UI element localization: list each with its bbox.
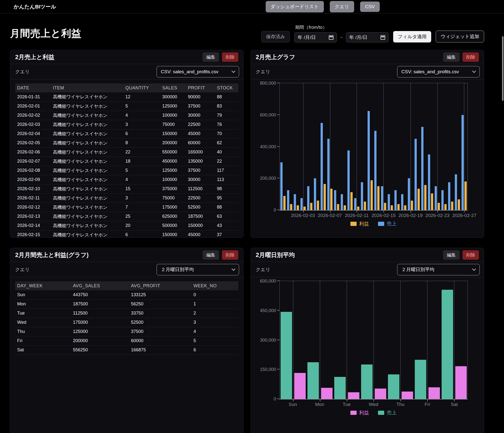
bar-売上 xyxy=(287,190,289,210)
bar-売上 xyxy=(435,186,437,210)
y-axis-label: 200,000 xyxy=(260,176,276,181)
bar-利益 xyxy=(375,389,386,399)
query-select-value: CSV: sales_and_profits.csv xyxy=(401,69,459,74)
table-cell: Thu xyxy=(15,327,71,336)
table-cell: 高機能ワイヤレスイヤホン xyxy=(51,120,124,129)
legend-item: 利益 xyxy=(350,220,369,227)
table-row: 2026-02-03高機能ワイヤレスイヤホン3750002250076 xyxy=(15,120,238,129)
table-cell: 6 xyxy=(124,129,160,138)
y-tick xyxy=(277,114,279,115)
bar-利益 xyxy=(317,201,319,210)
app-title: かんたんBIツール xyxy=(14,3,56,10)
table-cell: 150000 xyxy=(160,129,186,138)
table-container: DATEITEMQUANTITYSALESPROFITSTOCK2026-01-… xyxy=(10,79,243,238)
y-tick xyxy=(277,398,279,399)
table-cell: 375000 xyxy=(160,184,186,193)
date-to-input[interactable]: 年 /月/日 xyxy=(346,32,389,42)
edit-button[interactable]: 編集 xyxy=(443,52,460,62)
bar-売上 xyxy=(441,190,444,210)
table-cell: 200000 xyxy=(160,138,186,147)
scrollbar-thumb[interactable] xyxy=(502,36,504,101)
bar-利益 xyxy=(397,204,400,210)
edit-button[interactable]: 編集 xyxy=(203,250,219,260)
nav-csv-button[interactable]: CSV xyxy=(360,1,380,12)
bar-利益 xyxy=(348,392,359,399)
bar-group xyxy=(414,281,441,399)
saved-button[interactable]: 保存済み xyxy=(261,31,290,42)
table-cell: 90000 xyxy=(186,92,215,102)
delete-button[interactable]: 削除 xyxy=(462,52,479,62)
apply-filter-button[interactable]: フィルタ適用 xyxy=(393,31,431,42)
x-axis-label: 2026-02-27 xyxy=(452,213,476,218)
column-header: AVG_SALES xyxy=(71,281,129,290)
y-axis-label: 0 xyxy=(274,397,276,402)
bar-利益 xyxy=(431,193,433,210)
nav-query-button[interactable]: クエリ xyxy=(330,1,354,12)
table-cell: 550000 xyxy=(160,147,186,157)
bar-利益 xyxy=(297,205,299,210)
bar-group xyxy=(461,83,467,210)
chart-legend: 利益売上 xyxy=(268,409,479,416)
widget-title: 2月売上グラフ xyxy=(256,53,295,61)
table-cell: Sun xyxy=(15,290,71,299)
nav-dashboard-list-button[interactable]: ダッシュボードリスト xyxy=(266,1,324,12)
x-axis-label: 2026-02-19 xyxy=(398,213,422,218)
table-cell: 7 xyxy=(124,203,160,212)
table-cell: 5 xyxy=(124,166,160,175)
bar-group xyxy=(454,83,461,210)
bar-利益 xyxy=(455,366,467,399)
column-header: WEEK_NO xyxy=(191,281,238,290)
table-cell: 2026-02-08 xyxy=(15,166,51,175)
table-cell: 2026-02-05 xyxy=(15,138,51,147)
period-group: 期間（from/to） 年 /月/日 ~ 年 /月/日 xyxy=(294,24,389,42)
date-from-input[interactable]: 年 /月/日 xyxy=(294,32,337,42)
bar-売上 xyxy=(294,194,296,210)
bar-groups xyxy=(280,281,467,399)
table-row: 2026-01-31高機能ワイヤレスイヤホン123000009000088 xyxy=(15,92,238,102)
bar-利益 xyxy=(344,205,346,210)
bar-利益 xyxy=(330,189,333,210)
x-axis-label: 2026-02-15 xyxy=(372,213,396,218)
table-cell: 37500 xyxy=(186,102,215,111)
calendar-icon[interactable] xyxy=(380,35,385,40)
bar-group xyxy=(327,83,333,210)
table-cell: 高機能ワイヤレスイヤホン xyxy=(51,166,124,175)
query-select[interactable]: CSV: sales_and_profits.csv xyxy=(157,66,239,77)
chevron-down-icon xyxy=(232,69,236,73)
bar-売上 xyxy=(388,374,399,399)
weekday-average-table: DAY_WEEKAVG_SALESAVG_PROFITWEEK_NOSun443… xyxy=(15,281,238,355)
bar-売上 xyxy=(415,139,417,210)
bar-group xyxy=(374,83,380,210)
top-bar: かんたんBIツール ダッシュボードリスト クエリ CSV xyxy=(0,0,504,13)
query-select[interactable]: ２月曜日別平均 xyxy=(397,264,480,275)
delete-button[interactable]: 削除 xyxy=(222,250,238,260)
query-select[interactable]: CSV: sales_and_profits.csv xyxy=(397,66,480,77)
table-cell: 30000 xyxy=(186,111,215,120)
bar-group xyxy=(427,83,434,210)
widget-header: 2月売上グラフ 編集 削除 xyxy=(251,50,484,64)
table-cell: 52500 xyxy=(129,318,191,327)
add-widget-button[interactable]: ウィジェット追加 xyxy=(436,31,484,42)
delete-button[interactable]: 削除 xyxy=(222,52,238,62)
table-cell: 2026-02-11 xyxy=(15,193,51,203)
edit-button[interactable]: 編集 xyxy=(443,250,460,260)
table-cell: 200000 xyxy=(71,336,129,345)
bar-group xyxy=(441,281,467,399)
legend-label: 利益 xyxy=(359,220,369,227)
calendar-icon[interactable] xyxy=(329,35,334,40)
bar-売上 xyxy=(394,190,397,210)
table-row: Mon187500562501 xyxy=(15,299,238,309)
x-axis-label: 2026-02-11 xyxy=(345,213,369,218)
edit-button[interactable]: 編集 xyxy=(203,52,219,62)
query-label: クエリ xyxy=(15,69,30,75)
bar-group xyxy=(400,83,407,210)
table-cell: 75000 xyxy=(160,120,186,129)
table-cell: 3 xyxy=(124,120,160,129)
table-cell: 30000 xyxy=(186,175,215,184)
table-cell: Tue xyxy=(15,309,71,318)
table-cell: 45000 xyxy=(186,129,215,138)
delete-button[interactable]: 削除 xyxy=(462,250,479,260)
query-select[interactable]: ２月曜日別平均 xyxy=(157,264,239,275)
chevron-down-icon xyxy=(472,69,476,73)
table-cell: 高機能ワイヤレスイヤホン xyxy=(51,212,124,221)
